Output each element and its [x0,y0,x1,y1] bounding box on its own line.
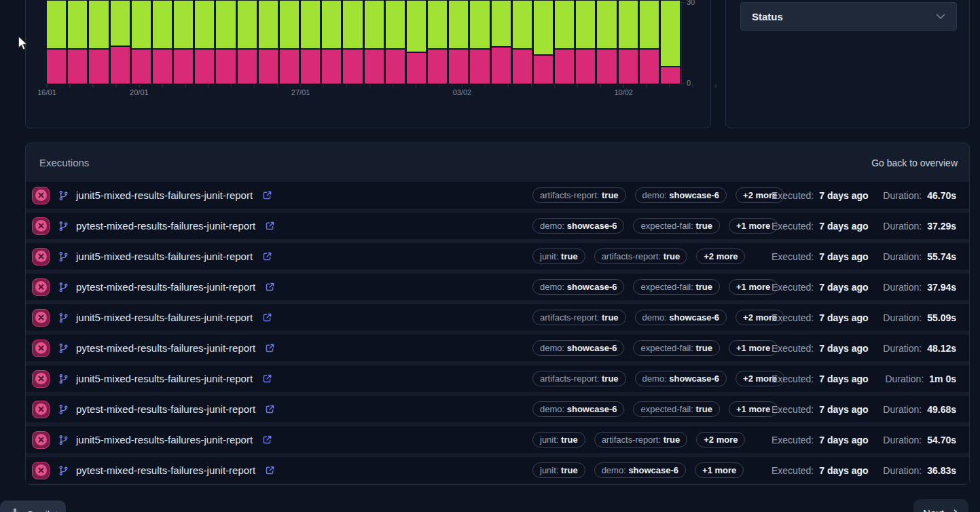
chart-bar[interactable] [640,1,659,84]
chart-bar[interactable] [132,1,151,84]
chevron-down-icon [936,14,945,20]
chart-bar[interactable] [513,1,532,84]
failed-segment [513,50,532,84]
execution-row[interactable]: junit5-mixed-results-failures-junit-repo… [26,426,969,453]
execution-row[interactable]: junit5-mixed-results-failures-junit-repo… [26,182,969,208]
executions-header: Executions Go back to overview [26,143,969,182]
chart-bar[interactable] [301,1,320,84]
execution-duration: Duration: 48.12s [883,335,956,361]
chart-bar[interactable] [534,1,553,84]
chart-bar[interactable] [619,1,638,84]
execution-row[interactable]: pytest-mixed-results-failures-junit-repo… [26,335,969,361]
git-branch-icon [58,404,69,415]
y-axis-label-min: 0 [687,79,691,87]
chart-bar[interactable] [597,1,616,84]
next-page-button[interactable]: Next [913,499,968,512]
execution-duration: Duration: 54.70s [883,426,956,453]
more-tags-pill[interactable]: +1 more [729,218,778,234]
duration-value: 55.09s [927,312,956,323]
git-branch-icon [58,190,69,201]
more-tags-pill[interactable]: +1 more [729,340,778,356]
execution-row[interactable]: pytest-mixed-results-failures-junit-repo… [26,274,969,300]
chart-bar[interactable] [174,1,193,84]
chart-bar[interactable] [492,1,511,84]
chart-bar[interactable] [195,1,214,84]
copilot-button[interactable]: Copilot [0,500,66,512]
chart-bar[interactable] [428,1,447,84]
failed-segment [640,50,659,84]
execution-row[interactable]: pytest-mixed-results-failures-junit-repo… [26,213,969,239]
execution-row[interactable]: junit5-mixed-results-failures-junit-repo… [26,365,969,392]
passed-segment [640,1,659,48]
more-tags-pill[interactable]: +1 more [695,462,744,478]
executed-value: 7 days ago [819,251,868,262]
x-axis-tick [669,84,670,88]
chart-bar[interactable] [153,1,172,84]
failed-segment [195,50,214,84]
chart-bar[interactable] [322,1,341,84]
external-link-icon[interactable] [265,465,275,475]
execution-duration: Duration: 37.94s [883,274,956,300]
execution-tags: demo: showcase-6expected-fail: true+1 mo… [532,335,778,361]
external-link-icon[interactable] [265,404,275,414]
external-link-icon[interactable] [265,282,275,292]
tag-pill: artifacts-report: true [532,371,626,386]
execution-row[interactable]: junit5-mixed-results-failures-junit-repo… [26,243,969,270]
more-tags-pill[interactable]: +1 more [729,401,778,417]
duration-value: 37.29s [927,221,956,232]
chart-bar[interactable] [449,1,468,84]
execution-executed: Executed: 7 days ago [772,243,869,270]
duration-label: Duration: [883,465,922,476]
chart-bar[interactable] [259,1,278,84]
external-link-icon[interactable] [262,251,272,261]
chart-bar[interactable] [576,1,595,84]
chart-bar[interactable] [68,1,87,84]
tag-pill: demo: showcase-6 [532,279,624,295]
x-axis-tick [623,84,624,88]
external-link-icon[interactable] [262,435,272,445]
x-axis-tick [46,84,48,88]
external-link-icon[interactable] [262,373,272,384]
chart-bar[interactable] [365,1,384,84]
executed-label: Executed: [772,373,814,384]
x-axis-tick [369,84,371,88]
chart-bar[interactable] [386,1,405,84]
failed-segment [576,50,595,84]
chart-bar[interactable] [661,1,680,84]
external-link-icon[interactable] [262,312,272,323]
x-axis-tick [393,84,394,88]
external-link-icon[interactable] [265,221,275,231]
more-tags-pill[interactable]: +2 more [696,432,745,447]
go-back-to-overview-link[interactable]: Go back to overview [871,158,958,168]
execution-name: pytest-mixed-results-failures-junit-repo… [76,464,255,476]
chart-bar[interactable] [47,1,66,84]
execution-row[interactable]: pytest-mixed-results-failures-junit-repo… [26,457,969,483]
execution-tags: demo: showcase-6expected-fail: true+1 mo… [532,396,778,422]
failed-status-icon [32,248,50,266]
x-axis-tick [531,84,532,88]
x-axis-tick [346,84,348,88]
chart-bar[interactable] [111,1,130,84]
execution-duration: Duration: 55.09s [883,304,956,331]
passed-segment [89,1,108,48]
more-tags-pill[interactable]: +2 more [696,249,745,264]
passed-segment [259,1,278,48]
failed-segment [661,67,680,84]
chart-bar[interactable] [238,1,257,84]
chart-bar[interactable] [343,1,362,84]
chart-bar[interactable] [89,1,108,84]
executed-value: 7 days ago [819,435,868,445]
external-link-icon[interactable] [262,190,272,200]
chart-bar[interactable] [216,1,235,84]
chart-bar[interactable] [280,1,299,84]
execution-row[interactable]: pytest-mixed-results-failures-junit-repo… [26,396,969,422]
more-tags-pill[interactable]: +1 more [729,279,778,295]
status-filter-select[interactable]: Status [740,2,957,31]
external-link-icon[interactable] [265,343,275,353]
x-axis-tick [115,84,117,88]
chart-bar[interactable] [470,1,489,84]
duration-label: Duration: [885,373,924,384]
execution-row[interactable]: junit5-mixed-results-failures-junit-repo… [26,304,969,331]
chart-bar[interactable] [555,1,574,84]
chart-bar[interactable] [407,1,426,84]
